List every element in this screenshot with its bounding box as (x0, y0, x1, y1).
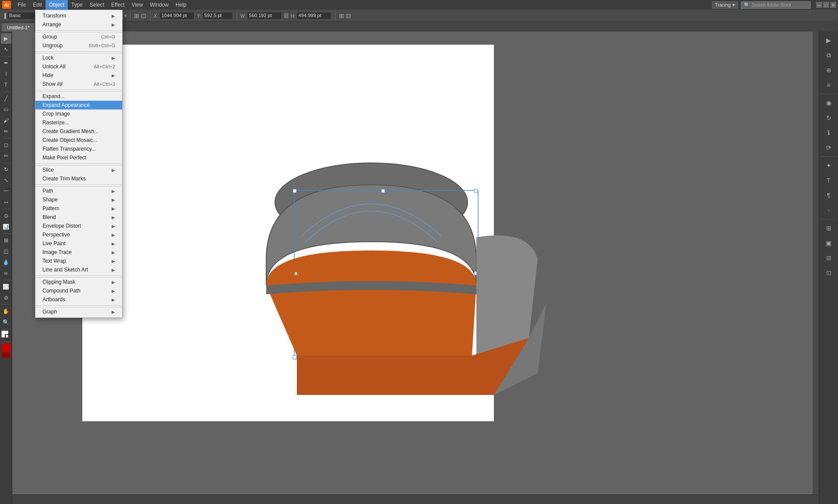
menu-item-line-and-sketch-art[interactable]: Line and Sketch Art ▶ (35, 265, 122, 274)
menu-edit[interactable]: Edit (29, 0, 46, 10)
menu-item-create-object-mosaic[interactable]: Create Object Mosaic... (35, 136, 122, 145)
menu-effect[interactable]: Effect (108, 0, 128, 10)
menu-select[interactable]: Select (86, 0, 108, 10)
hand-tool[interactable]: ✋ (1, 306, 11, 317)
scissors-tool[interactable]: ✂ (1, 151, 11, 161)
symbol-sprayer-tool[interactable]: ⊙ (1, 211, 11, 221)
panel-btn-1[interactable]: ▶ (820, 33, 837, 47)
type-tool[interactable]: T (1, 80, 11, 90)
pencil-tool[interactable]: ✏ (1, 126, 11, 137)
eraser-tool[interactable]: ◻ (1, 140, 11, 150)
menu-file[interactable]: File (14, 0, 29, 10)
panel-btn-2[interactable]: ⧉ (820, 48, 837, 62)
artboard-tool[interactable]: ⬜ (1, 282, 11, 292)
menu-type[interactable]: Type (68, 0, 86, 10)
mesh-tool[interactable]: ⊞ (1, 235, 11, 246)
x-input[interactable]: 1044.904 pt (159, 12, 194, 20)
menu-item-ungroup[interactable]: Ungroup Shift+Ctrl+G (35, 41, 122, 50)
color-mode1[interactable] (2, 343, 11, 352)
color-mode2[interactable] (2, 352, 11, 358)
menu-item-make-pixel-perfect[interactable]: Make Pixel Perfect (35, 153, 122, 162)
search-stock-input[interactable]: 🔍 Search Adobe Stock (741, 1, 811, 9)
panel-btn-11[interactable]: ¶ (820, 188, 837, 202)
menu-item-hide[interactable]: Hide ▶ (35, 71, 122, 80)
slice-tool[interactable]: ⊘ (1, 293, 11, 303)
menu-item-artboards[interactable]: Artboards ▶ (35, 295, 122, 304)
panel-btn-13[interactable]: ⊞ (820, 221, 837, 235)
minimize-button[interactable]: — (816, 2, 822, 8)
menu-item-envelope-distort[interactable]: Envelope Distort ▶ (35, 222, 122, 230)
rectangle-tool[interactable]: ▭ (1, 104, 11, 115)
menu-item-rasterize[interactable]: Rasterize... (35, 118, 122, 127)
warp-tool[interactable]: 〰 (1, 186, 11, 197)
menu-item-shape[interactable]: Shape ▶ (35, 195, 122, 204)
tracing-dropdown[interactable]: Tracing ▾ (712, 1, 738, 9)
menu-item-perspective[interactable]: Perspective ▶ (35, 230, 122, 239)
rotate-tool[interactable]: ↻ (1, 164, 11, 175)
curvature-tool[interactable]: ⌇ (1, 69, 11, 79)
menu-item-group[interactable]: Group Ctrl+G (35, 32, 122, 41)
menu-item-slice[interactable]: Slice ▶ (35, 166, 122, 174)
menu-item-lock[interactable]: Lock ▶ (35, 53, 122, 62)
menu-object[interactable]: Object (46, 0, 68, 10)
w-input[interactable]: 560.192 pt (247, 12, 282, 20)
panel-btn-9[interactable]: ✦ (820, 159, 837, 173)
menu-item-path[interactable]: Path ▶ (35, 187, 122, 195)
transform-icon[interactable]: ⊡ (141, 12, 146, 19)
scale-tool[interactable]: ⤡ (1, 175, 11, 186)
menu-item-unlock-all[interactable]: Unlock All Alt+Ctrl+2 (35, 62, 122, 71)
tab-untitled1[interactable]: Untitled-1* (2, 23, 35, 32)
close-button[interactable]: ✕ (830, 2, 836, 8)
panel-btn-7[interactable]: ℹ (820, 126, 837, 140)
fill-stroke-colors[interactable] (1, 331, 11, 340)
menu-item-blend[interactable]: Blend ▶ (35, 213, 122, 222)
menu-item-flatten-transparency[interactable]: Flatten Transparency... (35, 145, 122, 153)
menu-item-transform[interactable]: Transform ▶ (35, 11, 122, 20)
menu-item-clipping-mask[interactable]: Clipping Mask ▶ (35, 278, 122, 286)
menu-item-pattern[interactable]: Pattern ▶ (35, 204, 122, 213)
align-distribute-icon[interactable]: ⊞ (339, 12, 344, 19)
panel-btn-14[interactable]: ▣ (820, 236, 837, 250)
menu-item-image-trace[interactable]: Image Trace ▶ (35, 248, 122, 257)
width-tool[interactable]: ⇿ (1, 197, 11, 208)
panel-btn-6[interactable]: ↻ (820, 111, 837, 125)
menu-item-create-trim-marks[interactable]: Create Trim Marks (35, 174, 122, 183)
panel-btn-3[interactable]: ⊕ (820, 63, 837, 77)
menu-item-arrange[interactable]: Arrange ▶ (35, 20, 122, 29)
pathfinder-icon[interactable]: ⊟ (346, 12, 351, 19)
menu-item-expand[interactable]: Expand... (35, 92, 122, 101)
column-graph-tool[interactable]: 📊 (1, 222, 11, 232)
y-input[interactable]: 592.5 pt (202, 12, 233, 20)
stroke-color[interactable] (5, 334, 11, 340)
menu-help[interactable]: Help (172, 0, 190, 10)
menu-item-crop-image[interactable]: Crop Image (35, 109, 122, 118)
panel-btn-4[interactable]: ≡ (820, 78, 837, 92)
menu-item-text-wrap[interactable]: Text Wrap ▶ (35, 257, 122, 265)
eyedropper-tool[interactable]: 💧 (1, 257, 11, 268)
gradient-tool[interactable]: ◫ (1, 246, 11, 257)
panel-btn-10[interactable]: T (820, 173, 837, 187)
menu-item-expand-appearance[interactable]: Expand Appearance (35, 101, 122, 109)
style-input[interactable]: Basic (7, 12, 38, 20)
line-tool[interactable]: ╱ (1, 93, 11, 104)
panel-btn-5[interactable]: ◉ (820, 96, 837, 110)
maximize-button[interactable]: □ (823, 2, 829, 8)
panel-btn-16[interactable]: ⊡ (820, 266, 837, 280)
menu-window[interactable]: Window (146, 0, 172, 10)
align-icon[interactable]: ⊞ (134, 12, 139, 19)
panel-btn-12[interactable]: ◦ (820, 203, 837, 217)
paintbrush-tool[interactable]: 🖌 (1, 115, 11, 126)
menu-item-compound-path[interactable]: Compound Path ▶ (35, 286, 122, 295)
menu-item-graph[interactable]: Graph ▶ (35, 307, 122, 316)
blend-tool[interactable]: ∞ (1, 268, 11, 278)
panel-btn-8[interactable]: ⟳ (820, 141, 837, 155)
zoom-tool[interactable]: 🔍 (1, 317, 11, 328)
direct-selection-tool[interactable]: ↖ (1, 44, 11, 55)
vertical-scrollbar[interactable] (813, 32, 819, 497)
menu-view[interactable]: View (128, 0, 147, 10)
menu-item-live-paint[interactable]: Live Paint ▶ (35, 239, 122, 248)
pen-tool[interactable]: ✒ (1, 58, 11, 68)
menu-item-create-gradient-mesh[interactable]: Create Gradient Mesh... (35, 127, 122, 136)
panel-btn-15[interactable]: ⊟ (820, 251, 837, 265)
menu-item-show-all[interactable]: Show All Alt+Ctrl+3 (35, 80, 122, 88)
